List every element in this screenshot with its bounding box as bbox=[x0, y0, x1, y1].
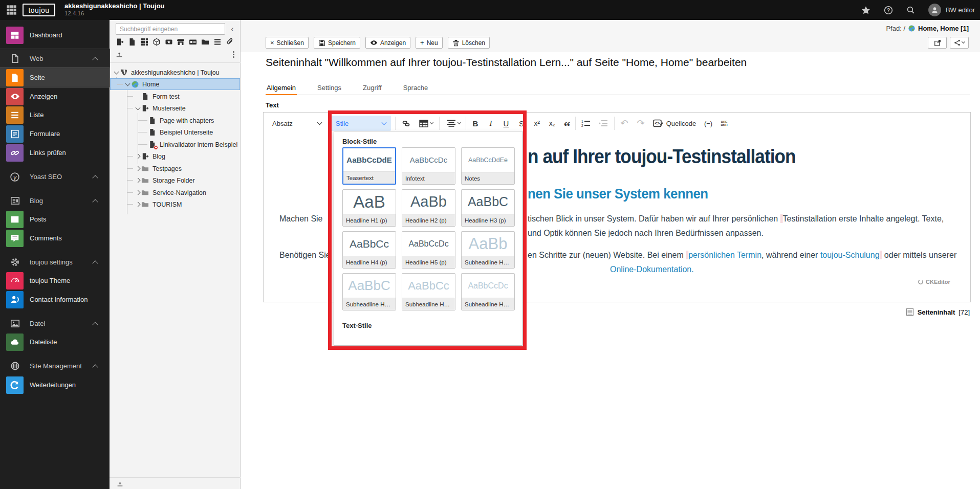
chevron-down-icon[interactable] bbox=[113, 72, 120, 74]
module-weiterleitungen[interactable]: Weiterleitungen bbox=[0, 375, 110, 394]
style-card-subheadline-1[interactable]: AaBbSubheadline H… bbox=[461, 231, 515, 269]
tree-node-root[interactable]: akkeshigunakkeshicho | Toujou bbox=[110, 66, 240, 78]
tree-node-tourism[interactable]: TOURISM bbox=[110, 198, 240, 210]
new-button[interactable]: +Neu bbox=[416, 37, 443, 49]
search-icon[interactable] bbox=[906, 6, 915, 14]
text-align-icon[interactable] bbox=[442, 116, 465, 131]
list-icon[interactable] bbox=[213, 38, 222, 47]
module-group-site-management[interactable]: Site Management bbox=[0, 357, 110, 375]
tab-settings[interactable]: Settings bbox=[316, 81, 342, 95]
chevron-down-icon[interactable] bbox=[134, 107, 141, 109]
module-dashboard[interactable]: Dashboard bbox=[0, 26, 110, 45]
style-card-headline-h4[interactable]: AaBbCcHeadline H4 (p) bbox=[342, 231, 396, 269]
soft-hyphen-icon[interactable]: (−) bbox=[700, 116, 716, 131]
style-card-headline-h2[interactable]: AaBbHeadline H2 (p) bbox=[402, 189, 455, 227]
module-group-yoast[interactable]: Yoast SEO bbox=[0, 167, 110, 186]
underline-icon[interactable]: U bbox=[499, 116, 513, 131]
chevron-down-icon[interactable] bbox=[124, 83, 131, 85]
tree-node-page-with-chapters[interactable]: Page with chapters bbox=[110, 115, 240, 126]
style-card-notes[interactable]: AaBbCcDdEeNotes bbox=[461, 147, 515, 185]
tree-node-home[interactable]: Home bbox=[110, 78, 240, 90]
module-dateiliste[interactable]: Dateiliste bbox=[0, 332, 110, 351]
toujou-logo[interactable]: toujou bbox=[23, 4, 55, 16]
tree-search-input[interactable] bbox=[116, 23, 225, 35]
breadcrumb[interactable]: Pfad: / Home, Home [1] bbox=[886, 25, 969, 32]
shop-icon[interactable] bbox=[177, 38, 185, 47]
bullet-list-icon[interactable] bbox=[596, 116, 611, 131]
view-button[interactable]: Anzeigen bbox=[365, 37, 410, 49]
tab-sprache[interactable]: Sprache bbox=[402, 81, 429, 95]
share-button[interactable] bbox=[950, 37, 969, 49]
strikethrough-icon[interactable]: S bbox=[515, 116, 528, 131]
module-anzeigen[interactable]: Anzeigen bbox=[0, 87, 110, 106]
blockquote-icon[interactable]: “ bbox=[561, 116, 573, 131]
chevron-right-icon[interactable] bbox=[134, 167, 141, 170]
style-card-teasertext[interactable]: AaBbCcDdETeasertext bbox=[342, 147, 396, 185]
module-grid-icon[interactable] bbox=[6, 5, 17, 15]
favorites-star-icon[interactable] bbox=[861, 6, 870, 15]
tree-node-musterseite[interactable]: Musterseite bbox=[110, 102, 240, 114]
bold-icon[interactable]: B bbox=[469, 116, 482, 131]
save-button[interactable]: Speichern bbox=[314, 37, 360, 49]
numbered-list-icon[interactable] bbox=[578, 116, 594, 131]
module-formulare[interactable]: Formulare bbox=[0, 124, 110, 143]
style-card-subheadline-2[interactable]: AaBbCSubheadline H… bbox=[342, 273, 396, 310]
tree-resize-handle-icon[interactable] bbox=[117, 480, 123, 487]
tree-node-testpages[interactable]: Testpages bbox=[110, 163, 240, 174]
abbreviation-icon[interactable]: BREBKH bbox=[717, 116, 731, 131]
subscript-icon[interactable]: x₂ bbox=[546, 116, 559, 131]
source-code-button[interactable]: Quellcode bbox=[651, 116, 698, 131]
record-footer-link[interactable]: Seiteninhalt [72] bbox=[906, 308, 970, 316]
tree-node-blog[interactable]: Blog bbox=[110, 150, 240, 162]
module-contact-information[interactable]: Contact Information bbox=[0, 290, 110, 309]
style-card-headline-h3[interactable]: AaBbCHeadline H3 (p) bbox=[461, 189, 515, 227]
superscript-icon[interactable]: x² bbox=[530, 116, 543, 131]
link-toujou-schulung[interactable]: toujou-Schulung bbox=[820, 250, 880, 259]
insert-table-icon[interactable] bbox=[415, 116, 437, 131]
page-icon[interactable] bbox=[128, 38, 137, 47]
content-grid-icon[interactable] bbox=[140, 38, 149, 47]
tree-collapse-button[interactable]: ‹ bbox=[228, 23, 237, 35]
tree-node-linkvalidator[interactable]: Linkvalidator intern Beispiel bbox=[110, 139, 240, 150]
cube-icon[interactable] bbox=[153, 38, 161, 47]
tab-zugriff[interactable]: Zugriff bbox=[362, 81, 383, 95]
module-liste[interactable]: Liste bbox=[0, 105, 110, 124]
styles-dropdown[interactable]: Stile bbox=[331, 116, 391, 131]
redo-icon[interactable]: ↷ bbox=[634, 116, 648, 131]
module-links-pruefen[interactable]: Links prüfen bbox=[0, 143, 110, 162]
star-badge-icon[interactable] bbox=[165, 38, 173, 47]
style-card-headline-h5[interactable]: AaBbCcDcHeadline H5 (p) bbox=[402, 231, 455, 269]
module-group-datei[interactable]: Datei bbox=[0, 314, 110, 333]
close-button[interactable]: ×Schließen bbox=[266, 37, 309, 49]
tree-node-form-test[interactable]: Form test bbox=[110, 91, 240, 102]
link-online-dokumentation[interactable]: Online-Dokumentation bbox=[610, 264, 691, 274]
chevron-right-icon[interactable] bbox=[134, 191, 141, 194]
delete-button[interactable]: Löschen bbox=[448, 37, 490, 49]
style-card-headline-h1[interactable]: AaBHeadline H1 (p) bbox=[342, 189, 396, 227]
folder-icon[interactable] bbox=[201, 38, 210, 47]
tree-node-storage-folder[interactable]: Storage Folder bbox=[110, 174, 240, 186]
style-card-subheadline-4[interactable]: AaBbCcDcSubheadline H… bbox=[461, 273, 515, 310]
module-toujou-theme[interactable]: toujou Theme bbox=[0, 271, 110, 290]
tree-node-service-navigation[interactable]: Service-Navigation bbox=[110, 187, 240, 198]
style-card-subheadline-3[interactable]: AaBbCcSubheadline H… bbox=[402, 273, 455, 310]
module-seite[interactable]: Seite bbox=[0, 68, 110, 87]
card-icon[interactable] bbox=[189, 38, 198, 47]
module-comments[interactable]: Comments bbox=[0, 229, 110, 248]
help-icon[interactable] bbox=[884, 6, 893, 15]
door-icon[interactable] bbox=[116, 38, 124, 47]
kebab-menu-icon[interactable] bbox=[233, 51, 234, 58]
chevron-right-icon[interactable] bbox=[134, 179, 141, 182]
insert-link-icon[interactable] bbox=[399, 116, 412, 131]
style-card-infotext[interactable]: AaBbCcDcInfotext bbox=[402, 147, 455, 185]
module-group-blog[interactable]: Blog bbox=[0, 191, 110, 210]
collapse-all-icon[interactable] bbox=[116, 51, 123, 58]
module-group-web[interactable]: Web bbox=[0, 49, 110, 68]
link-persoenlicher-termin[interactable]: persönlichen Termin bbox=[688, 250, 761, 259]
tab-allgemein[interactable]: Allgemein bbox=[266, 81, 297, 95]
tree-node-beispiel-unterseite[interactable]: Beispiel Unterseite bbox=[110, 126, 240, 138]
module-posts[interactable]: Posts bbox=[0, 210, 110, 229]
undo-icon[interactable]: ↶ bbox=[617, 116, 631, 131]
link-icon[interactable] bbox=[226, 38, 234, 47]
open-in-new-window-button[interactable] bbox=[928, 37, 947, 49]
